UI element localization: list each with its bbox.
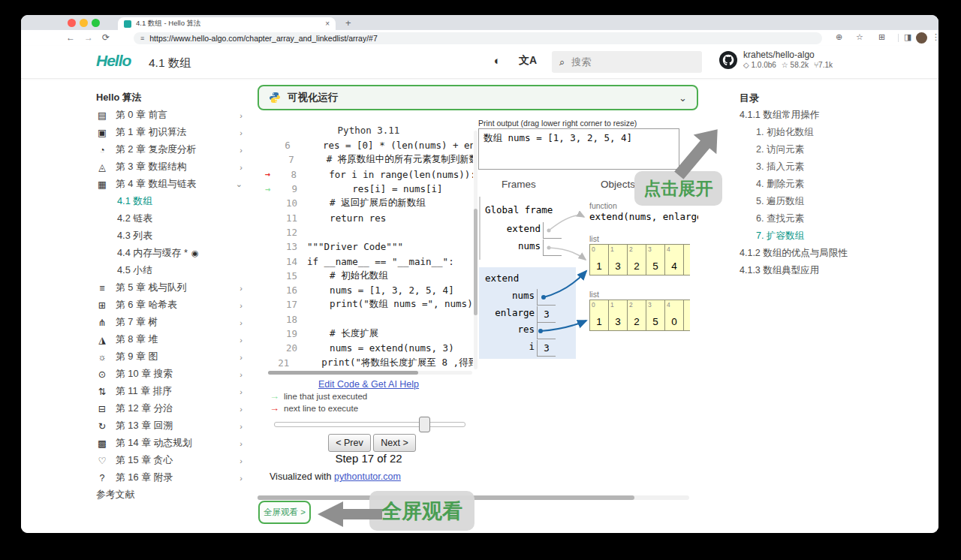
theme-toggle-icon[interactable]: ◐ xyxy=(494,54,501,67)
chevron-right-icon: › xyxy=(239,336,250,345)
pythontutor-link[interactable]: pythontutor.com xyxy=(334,471,401,482)
array-icon: ▦ xyxy=(96,179,108,190)
sidebar-item-ch5[interactable]: ≡第 5 章 栈与队列› xyxy=(96,279,250,297)
code-line: 20 nums = extend(nums, 3) xyxy=(258,341,473,355)
code-line: 18 xyxy=(258,312,473,327)
star-icon: ☆ xyxy=(782,61,788,69)
code-line: 13"""Driver Code""" xyxy=(258,239,473,254)
hash-icon: ⊞ xyxy=(96,300,108,311)
sidebar-item-ch16[interactable]: ?第 16 章 附录› xyxy=(96,469,250,486)
bookmark-star-icon[interactable]: ☆ xyxy=(856,32,863,42)
sidebar-item-ch15[interactable]: ♡第 15 章 贪心› xyxy=(96,452,250,469)
code-horizontal-scrollbar[interactable] xyxy=(268,371,472,375)
next-button[interactable]: Next > xyxy=(373,434,416,452)
page-title: 4.1 数组 xyxy=(149,56,191,71)
back-icon[interactable]: ← xyxy=(66,32,75,43)
search-chapter-icon: ⊙ xyxy=(96,369,108,380)
browser-window: 4.1 数组 - Hello 算法 × + ← → ⟳ ≡ https://ww… xyxy=(21,15,938,533)
toc-item-insert[interactable]: 3. 插入元素 xyxy=(740,158,901,176)
legend-next-line: →next line to execute xyxy=(270,402,358,414)
sidebar-item-ch4[interactable]: ▦第 4 章 数组与链表⌄ xyxy=(96,176,250,193)
chevron-right-icon: › xyxy=(239,318,250,327)
site-info-icon[interactable]: ≡ xyxy=(140,35,144,42)
print-output-box[interactable]: 数组 nums = [1, 3, 2, 5, 4] xyxy=(478,128,679,170)
chevron-right-icon: › xyxy=(239,163,250,172)
translate-icon[interactable]: 文A xyxy=(519,54,537,68)
prev-button[interactable]: < Prev xyxy=(328,434,371,452)
search-input[interactable]: ⌕ 搜索 xyxy=(552,51,702,73)
chevron-down-icon[interactable]: ⌄ xyxy=(679,92,687,104)
sidebar-item-4-3[interactable]: 4.3 列表 xyxy=(96,227,250,245)
next-line-arrow-icon: → xyxy=(270,402,279,414)
address-bar[interactable]: ≡ https://www.hello-algo.com/chapter_arr… xyxy=(134,32,822,44)
forward-icon[interactable]: → xyxy=(84,32,93,43)
fullscreen-annotation: 全屏观看 xyxy=(369,491,474,531)
minimize-window-button[interactable] xyxy=(80,19,88,27)
annotation-arrow-up-right-icon xyxy=(668,115,728,190)
side-panel-icon[interactable]: ◨ xyxy=(904,32,911,42)
github-repo-link[interactable]: krahets/hello-algo ◇ 1.0.0b6 ☆ 58.2k ⑂7.… xyxy=(719,50,833,71)
sidebar-item-4-4[interactable]: 4.4 内存与缓存 *◉ xyxy=(96,245,250,262)
function-repr: extend(nums, enlarge) xyxy=(589,211,698,222)
var-extend-cell xyxy=(543,222,562,239)
function-type-label: function xyxy=(589,201,617,210)
toc-item-delete[interactable]: 4. 删除元素 xyxy=(740,176,901,193)
repo-stats: ◇ 1.0.0b6 ☆ 58.2k ⑂7.1k xyxy=(743,61,833,71)
chevron-right-icon: › xyxy=(239,370,250,379)
next-line-arrow-icon: → xyxy=(258,169,278,179)
slider-thumb[interactable] xyxy=(419,417,430,432)
new-tab-button[interactable]: + xyxy=(345,17,351,29)
reload-icon[interactable]: ⟳ xyxy=(102,32,110,43)
sidebar-item-ch11[interactable]: ⇅第 11 章 排序› xyxy=(96,383,250,400)
sidebar-item-ch9[interactable]: ☼第 9 章 图› xyxy=(96,348,250,366)
toc-item-413[interactable]: 4.1.3 数组典型应用 xyxy=(740,262,901,279)
chevron-right-icon: › xyxy=(239,387,250,396)
toc-item-412[interactable]: 4.1.2 数组的优点与局限性 xyxy=(740,245,901,262)
browser-tab[interactable]: 4.1 数组 - Hello 算法 × xyxy=(118,17,336,30)
sidebar-item-ch8[interactable]: ◮第 8 章 堆› xyxy=(96,331,250,348)
fullscreen-button[interactable]: 全屏观看 > xyxy=(258,501,311,524)
toc-item-traverse[interactable]: 5. 遍历数组 xyxy=(740,193,901,210)
profile-avatar[interactable] xyxy=(916,32,927,44)
print-output-label: Print output (drag lower right corner to… xyxy=(478,119,637,128)
sidebar-nav: Hello 算法 ▤第 0 章 前言› ▣第 1 章 初识算法› ◔第 2 章 … xyxy=(96,89,250,504)
tag-icon: ◇ xyxy=(743,61,749,69)
sidebar-item-4-5[interactable]: 4.5 小结 xyxy=(96,262,250,279)
visual-run-panel-header[interactable]: 可视化运行 ⌄ xyxy=(258,85,698,110)
menu-kebab-icon[interactable]: ⋮ xyxy=(932,32,938,42)
sidebar-item-4-2[interactable]: 4.2 链表 xyxy=(96,210,250,227)
toc-item-expand[interactable]: 7. 扩容数组 xyxy=(740,227,901,245)
edit-code-link[interactable]: Edit Code & Get AI Help xyxy=(318,379,419,390)
sidebar-item-ch13[interactable]: ↻第 13 章 回溯› xyxy=(96,417,250,435)
extensions-icon[interactable]: ⊞ xyxy=(878,32,885,42)
sidebar-item-4-1[interactable]: 4.1 数组 xyxy=(96,193,250,210)
close-window-button[interactable] xyxy=(68,19,76,27)
divide-icon: ⊟ xyxy=(96,403,108,414)
toc-item-init[interactable]: 1. 初始化数组 xyxy=(740,124,901,141)
sidebar-item-ch14[interactable]: ▩第 14 章 动态规划› xyxy=(96,435,250,452)
site-logo[interactable]: Hello xyxy=(96,52,131,70)
global-frame-label: Global frame xyxy=(485,204,553,215)
backtrack-icon: ↻ xyxy=(96,420,108,432)
sidebar-root[interactable]: Hello 算法 xyxy=(96,89,250,107)
sidebar-item-ch3[interactable]: ◬第 3 章 数据结构› xyxy=(96,158,250,176)
toc-item-411[interactable]: 4.1.1 数组常用操作 xyxy=(740,107,901,124)
toc-item-find[interactable]: 6. 查找元素 xyxy=(740,210,901,227)
close-tab-icon[interactable]: × xyxy=(325,20,330,28)
step-indicator: Step 17 of 22 xyxy=(265,452,472,465)
search-icon: ⌕ xyxy=(559,56,565,68)
zoom-icon[interactable]: ⊕ xyxy=(836,32,842,42)
sidebar-item-ch0[interactable]: ▤第 0 章 前言› xyxy=(96,107,250,124)
sidebar-item-references[interactable]: 参考文献 xyxy=(96,486,250,504)
just-executed-arrow-icon: → xyxy=(270,390,279,402)
sidebar-item-ch7[interactable]: ⋔第 7 章 树› xyxy=(96,314,250,331)
frames-header: Frames xyxy=(483,179,555,190)
maximize-window-button[interactable] xyxy=(92,19,100,27)
toc-item-access[interactable]: 2. 访问元素 xyxy=(740,141,901,158)
sidebar-item-ch6[interactable]: ⊞第 6 章 哈希表› xyxy=(96,297,250,314)
sidebar-item-ch12[interactable]: ⊟第 12 章 分治› xyxy=(96,400,250,417)
step-slider[interactable] xyxy=(274,422,465,427)
sidebar-item-ch2[interactable]: ◔第 2 章 复杂度分析› xyxy=(96,141,250,158)
sidebar-item-ch10[interactable]: ⊙第 10 章 搜索› xyxy=(96,366,250,383)
sidebar-item-ch1[interactable]: ▣第 1 章 初识算法› xyxy=(96,124,250,141)
